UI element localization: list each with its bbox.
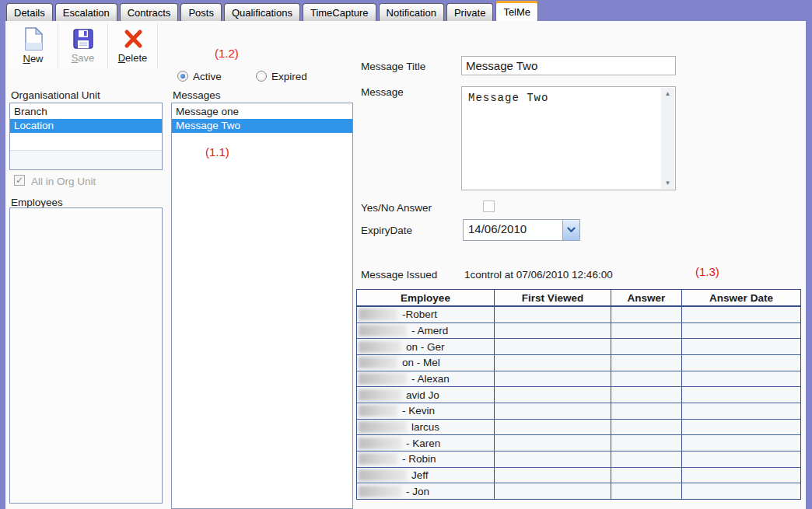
expired-radio[interactable]	[256, 71, 267, 82]
first-viewed-cell	[495, 323, 611, 339]
scroll-up-icon[interactable]: ▲	[665, 90, 671, 97]
all-in-org-label: All in Org Unit	[31, 176, 96, 187]
expiry-date-dropdown[interactable]: 14/06/2010	[463, 219, 580, 241]
expired-radio-label: Expired	[271, 71, 307, 82]
employee-cell: - Kevin	[357, 403, 495, 419]
redacted-name-blur	[359, 357, 397, 368]
tab-strip: Details Escalation Contracts Posts Quali…	[6, 0, 804, 21]
employee-name: on - Mel	[402, 357, 440, 368]
answer-date-cell	[682, 371, 800, 387]
delete-button[interactable]: Delete	[108, 23, 158, 68]
tab-escalation[interactable]: Escalation	[55, 3, 117, 21]
tab-qualifications[interactable]: Qualifications	[224, 3, 300, 21]
message-title-input[interactable]	[461, 56, 676, 75]
checkbox-check-icon: ✓	[16, 175, 23, 186]
active-radio[interactable]	[177, 71, 188, 82]
save-button[interactable]: Save	[58, 23, 108, 68]
first-viewed-cell	[495, 435, 611, 451]
org-unit-item-branch[interactable]: Branch	[10, 105, 162, 119]
answer-cell	[611, 355, 682, 371]
messages-listbox[interactable]: Message one Message Two	[171, 103, 353, 509]
employee-name: -Robert	[402, 309, 437, 320]
answer-date-cell	[682, 403, 800, 419]
answer-cell	[611, 403, 682, 419]
employee-name: - Jon	[406, 486, 429, 497]
all-in-org-checkbox[interactable]: ✓	[14, 175, 25, 186]
first-viewed-cell	[495, 307, 611, 322]
header-answer-date: Answer Date	[682, 290, 800, 305]
table-row: larcus	[357, 420, 800, 436]
message-text: Message Two	[468, 92, 658, 104]
tab-telme[interactable]: TelMe	[495, 1, 538, 21]
answer-cell	[611, 451, 682, 467]
redacted-name-blur	[359, 325, 407, 336]
message-issued-value: 1control at 07/06/2010 12:46:00	[464, 269, 613, 281]
first-viewed-cell	[495, 371, 611, 387]
tab-timecapture[interactable]: TimeCapture	[303, 3, 376, 21]
table-row: - Robin	[357, 451, 800, 468]
redacted-name-blur	[359, 453, 397, 465]
answer-date-cell	[682, 307, 800, 322]
table-row: on - Ger	[357, 339, 800, 355]
employee-name: avid Jo	[406, 389, 439, 401]
answer-date-cell	[682, 355, 800, 371]
org-unit-item-location[interactable]: Location	[10, 119, 162, 133]
org-unit-listbox[interactable]: Branch Location	[9, 103, 163, 170]
first-viewed-cell	[495, 483, 611, 499]
textarea-scrollbar[interactable]: ▲ ▼	[661, 88, 674, 189]
employee-name: - Karen	[406, 438, 440, 449]
redacted-name-blur	[359, 405, 397, 417]
employee-cell: on - Ger	[357, 339, 495, 354]
dropdown-button[interactable]	[562, 220, 579, 240]
employee-cell: Jeff	[357, 468, 495, 483]
table-row: Jeff	[357, 468, 800, 484]
yes-no-answer-checkbox[interactable]	[483, 200, 495, 212]
active-radio-label: Active	[193, 71, 222, 82]
redacted-name-blur	[359, 469, 407, 481]
employee-name: - Amerd	[411, 325, 448, 336]
expiry-date-value: 14/06/2010	[464, 220, 562, 240]
telme-tab-content: New Save Delete (1.2)	[5, 21, 806, 509]
first-viewed-cell	[495, 403, 611, 419]
delete-x-icon	[122, 28, 144, 50]
first-viewed-cell	[495, 420, 611, 435]
redacted-name-blur	[359, 309, 397, 320]
first-viewed-cell	[495, 468, 611, 483]
employee-cell: on - Mel	[357, 355, 495, 371]
answer-date-cell	[682, 468, 800, 483]
message-item-two[interactable]: Message Two	[172, 119, 352, 133]
answer-cell	[611, 387, 682, 403]
message-textarea[interactable]: Message Two ▲ ▼	[461, 86, 676, 190]
redacted-name-blur	[359, 438, 401, 449]
listbox-lower-area	[10, 151, 162, 169]
table-row: - Jon	[357, 483, 800, 499]
tab-contracts[interactable]: Contracts	[120, 3, 179, 21]
table-row: -Robert	[357, 307, 800, 323]
employee-cell: avid Jo	[357, 387, 495, 403]
employees-listbox[interactable]	[9, 207, 163, 504]
tab-posts[interactable]: Posts	[180, 3, 222, 21]
first-viewed-cell	[495, 451, 611, 467]
employee-name: larcus	[411, 421, 439, 433]
answer-date-cell	[682, 339, 800, 354]
tab-notification[interactable]: Notification	[379, 3, 444, 21]
chevron-down-icon	[567, 227, 576, 233]
employee-cell: - Amerd	[357, 323, 495, 339]
tab-details[interactable]: Details	[6, 3, 53, 21]
redacted-name-blur	[359, 373, 407, 385]
new-document-icon	[23, 27, 44, 51]
tab-private[interactable]: Private	[446, 3, 493, 21]
employee-cell: larcus	[357, 420, 495, 435]
answer-date-cell	[682, 420, 800, 435]
answer-date-cell	[682, 323, 800, 339]
annotation-1-2: (1.2)	[215, 47, 239, 60]
employee-name: - Kevin	[402, 405, 435, 417]
message-item-one[interactable]: Message one	[172, 105, 352, 119]
answer-date-cell	[682, 387, 800, 403]
redacted-name-blur	[359, 486, 401, 497]
new-button[interactable]: New	[9, 23, 58, 68]
scroll-down-icon[interactable]: ▼	[665, 180, 671, 187]
message-issued-label: Message Issued	[361, 269, 437, 281]
recipients-table: Employee First Viewed Answer Answer Date…	[356, 289, 801, 500]
annotation-1-3: (1.3)	[695, 265, 719, 278]
